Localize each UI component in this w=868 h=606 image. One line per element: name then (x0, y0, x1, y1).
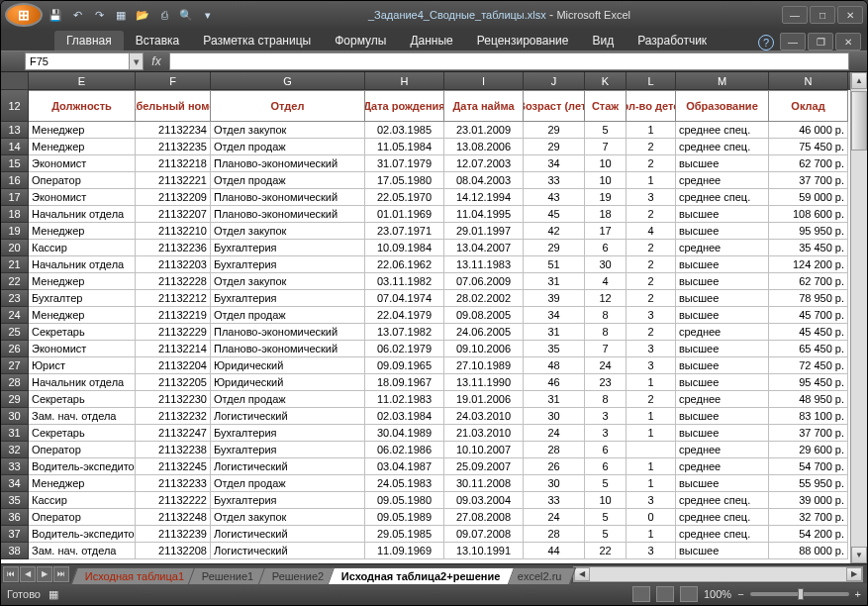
cell[interactable]: 2 (627, 290, 676, 307)
ribbon-tab-6[interactable]: Вид (580, 31, 626, 50)
row-header[interactable]: 26 (1, 341, 29, 357)
row-header[interactable]: 36 (1, 509, 29, 526)
cell[interactable]: 21132209 (136, 189, 211, 206)
cell[interactable]: 29 (524, 139, 585, 155)
cell[interactable]: 1 (627, 408, 676, 425)
cell[interactable]: 45 450 р. (769, 324, 848, 341)
cell[interactable]: 95 450 р. (769, 374, 848, 391)
cell[interactable]: Отдел продаж (211, 475, 365, 492)
zoom-in-button[interactable]: + (855, 588, 861, 600)
table-header-cell[interactable]: Стаж (585, 90, 627, 122)
cell[interactable]: 29.01.1997 (444, 223, 524, 240)
cell[interactable]: 30 (524, 408, 585, 425)
cell[interactable]: Секретарь (29, 324, 136, 341)
scroll-thumb[interactable] (851, 91, 867, 151)
cell[interactable]: 09.07.2008 (444, 526, 524, 543)
row-header[interactable]: 37 (1, 526, 29, 543)
cell[interactable]: Кассир (29, 492, 136, 509)
cell[interactable]: Планово-экономический (211, 189, 365, 206)
cell[interactable]: Кассир (29, 240, 136, 256)
table-header-cell[interactable]: Дата найма (444, 90, 524, 122)
cell[interactable]: 24 (524, 425, 585, 442)
col-header-J[interactable]: J (524, 72, 585, 90)
cell[interactable]: 7 (585, 139, 627, 155)
table-header-cell[interactable]: Дата рождения (365, 90, 444, 122)
zoom-level[interactable]: 100% (704, 588, 731, 600)
cell[interactable]: Менеджер (29, 122, 136, 139)
cell[interactable]: среднее спец. (676, 526, 769, 543)
cell[interactable]: высшее (676, 475, 769, 492)
cell[interactable]: 10 (585, 155, 627, 172)
row-header[interactable]: 17 (1, 189, 29, 206)
col-header-G[interactable]: G (211, 72, 365, 90)
close-button[interactable]: ✕ (837, 6, 863, 24)
cell[interactable]: 21132210 (136, 223, 211, 240)
cell[interactable]: 34 (524, 307, 585, 324)
cell[interactable]: 88 000 р. (769, 543, 848, 559)
cell[interactable]: 8 (585, 324, 627, 341)
cell[interactable]: 27.10.1989 (444, 357, 524, 374)
ribbon-tab-3[interactable]: Формулы (323, 31, 398, 50)
cell[interactable]: Бухгалтерия (211, 240, 365, 256)
cell[interactable]: 2 (627, 273, 676, 290)
cell[interactable]: Бухгалтерия (211, 290, 365, 307)
cell[interactable]: 01.01.1969 (365, 206, 444, 223)
cell[interactable]: Менеджер (29, 475, 136, 492)
cell[interactable]: 45 (524, 206, 585, 223)
ribbon-tab-2[interactable]: Разметка страницы (191, 31, 323, 50)
cell[interactable]: 31 (524, 273, 585, 290)
cell[interactable]: Планово-экономический (211, 324, 365, 341)
row-header[interactable]: 38 (1, 543, 29, 559)
cell[interactable]: 03.04.1987 (365, 458, 444, 475)
cell[interactable]: Юрист (29, 357, 136, 374)
help-icon[interactable]: ? (758, 35, 774, 50)
cell[interactable]: 18 (585, 206, 627, 223)
cell[interactable]: среднее (676, 442, 769, 458)
cell[interactable]: 11.09.1969 (365, 543, 444, 559)
cell[interactable]: 21132203 (136, 256, 211, 273)
cell[interactable]: высшее (676, 290, 769, 307)
cell[interactable]: 8 (585, 307, 627, 324)
cell[interactable]: 10.10.2007 (444, 442, 524, 458)
cell[interactable]: высшее (676, 357, 769, 374)
cell[interactable]: среднее (676, 391, 769, 408)
cell[interactable]: 10 (585, 172, 627, 189)
row-header[interactable]: 22 (1, 273, 29, 290)
row-header[interactable]: 35 (1, 492, 29, 509)
name-box-dropdown[interactable]: ▾ (130, 52, 144, 70)
cell[interactable]: 09.05.1989 (365, 509, 444, 526)
cell[interactable]: 21132222 (136, 492, 211, 509)
row-header[interactable]: 25 (1, 324, 29, 341)
cell[interactable]: 10 (585, 492, 627, 509)
cell[interactable]: Отдел закупок (211, 273, 365, 290)
cell[interactable]: Логистический (211, 408, 365, 425)
cell[interactable]: 1 (627, 172, 676, 189)
cell[interactable]: 42 (524, 223, 585, 240)
cell[interactable]: высшее (676, 256, 769, 273)
cell[interactable]: 108 600 р. (769, 206, 848, 223)
cell[interactable]: 13.11.1990 (444, 374, 524, 391)
cell[interactable]: 21132228 (136, 273, 211, 290)
cell[interactable]: Водитель-экспедитор (29, 458, 136, 475)
table-header-cell[interactable]: Отдел (211, 90, 365, 122)
qat-open-icon[interactable]: 📂 (134, 6, 151, 24)
cell[interactable]: 3 (627, 307, 676, 324)
cell[interactable]: Бухгалтерия (211, 425, 365, 442)
table-header-cell[interactable]: Оклад (769, 90, 848, 122)
cell[interactable]: высшее (676, 273, 769, 290)
hscroll-right-button[interactable]: ▶ (846, 567, 862, 581)
cell[interactable]: 31 (524, 391, 585, 408)
cell[interactable]: 30.04.1989 (365, 425, 444, 442)
cell[interactable]: 59 000 р. (769, 189, 848, 206)
cell[interactable]: Логистический (211, 526, 365, 543)
cell[interactable]: Бухгалтерия (211, 442, 365, 458)
cell[interactable]: 2 (627, 155, 676, 172)
cell[interactable]: 08.04.2003 (444, 172, 524, 189)
cell[interactable]: Отдел закупок (211, 122, 365, 139)
cell[interactable]: 4 (585, 273, 627, 290)
maximize-button[interactable]: □ (810, 6, 835, 24)
fx-icon[interactable]: fx (144, 54, 169, 68)
cell[interactable]: высшее (676, 206, 769, 223)
cell[interactable]: 21132233 (136, 475, 211, 492)
cell[interactable]: 3 (585, 425, 627, 442)
